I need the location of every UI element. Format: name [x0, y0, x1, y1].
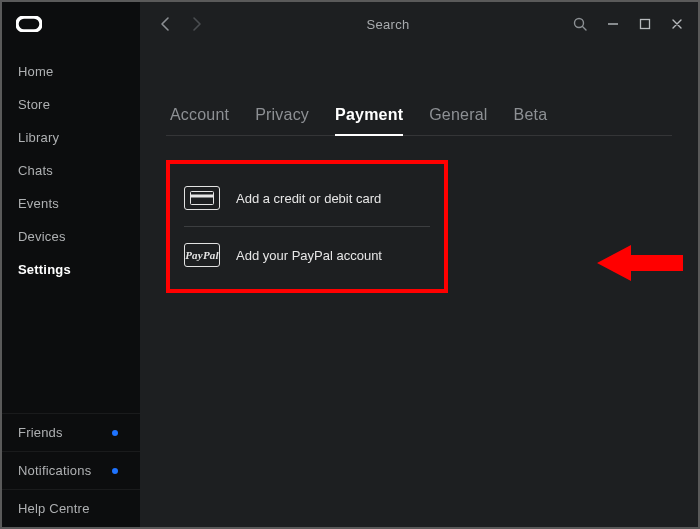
- add-card-option[interactable]: Add a credit or debit card: [170, 170, 444, 226]
- search-input[interactable]: Search: [216, 17, 560, 32]
- tab-general[interactable]: General: [429, 100, 487, 135]
- forward-button[interactable]: [184, 12, 208, 36]
- topbar-right: [568, 12, 688, 36]
- tab-beta[interactable]: Beta: [514, 100, 548, 135]
- sidebar-nav: Home Store Library Chats Events Devices …: [2, 49, 140, 286]
- sidebar-item-friends[interactable]: Friends: [2, 413, 140, 451]
- window-minimize-button[interactable]: [602, 13, 624, 35]
- badge-dot-icon: [112, 468, 118, 474]
- search-icon[interactable]: [568, 12, 592, 36]
- settings-tabs: Account Privacy Payment General Beta: [166, 100, 672, 136]
- paypal-icon: PayPal: [184, 243, 220, 267]
- sidebar-item-chats[interactable]: Chats: [2, 154, 140, 187]
- window-close-button[interactable]: [666, 13, 688, 35]
- sidebar-spacer: [2, 286, 140, 413]
- add-card-label: Add a credit or debit card: [236, 191, 381, 206]
- add-paypal-option[interactable]: PayPal Add your PayPal account: [170, 227, 444, 283]
- sidebar-item-help-centre[interactable]: Help Centre: [2, 489, 140, 527]
- sidebar-item-settings[interactable]: Settings: [2, 253, 140, 286]
- sidebar-item-store[interactable]: Store: [2, 88, 140, 121]
- back-button[interactable]: [154, 12, 178, 36]
- sidebar-item-label: Help Centre: [18, 501, 90, 516]
- topbar: Search: [140, 2, 698, 46]
- sidebar-item-devices[interactable]: Devices: [2, 220, 140, 253]
- sidebar-item-label: Notifications: [18, 463, 91, 478]
- main-panel: Search Account Privacy Payme: [140, 2, 698, 527]
- sidebar-item-events[interactable]: Events: [2, 187, 140, 220]
- brand-row: [2, 12, 140, 49]
- svg-rect-5: [191, 192, 214, 205]
- window-maximize-button[interactable]: [634, 13, 656, 35]
- add-paypal-label: Add your PayPal account: [236, 248, 382, 263]
- oculus-logo-icon: [16, 16, 42, 35]
- tab-account[interactable]: Account: [170, 100, 229, 135]
- sidebar-item-library[interactable]: Library: [2, 121, 140, 154]
- svg-rect-4: [641, 20, 650, 29]
- sidebar: Home Store Library Chats Events Devices …: [2, 2, 140, 527]
- paypal-brand-text: PayPal: [185, 249, 219, 261]
- nav-arrows: [148, 12, 208, 36]
- sidebar-bottom-nav: Friends Notifications Help Centre: [2, 413, 140, 527]
- payment-options-highlight-box: Add a credit or debit card PayPal Add yo…: [166, 160, 448, 293]
- tab-privacy[interactable]: Privacy: [255, 100, 309, 135]
- sidebar-item-label: Friends: [18, 425, 63, 440]
- badge-dot-icon: [112, 430, 118, 436]
- svg-marker-7: [597, 245, 683, 281]
- svg-line-2: [583, 27, 587, 31]
- credit-card-icon: [184, 186, 220, 210]
- tab-payment[interactable]: Payment: [335, 100, 403, 136]
- content: Account Privacy Payment General Beta Add…: [140, 46, 698, 293]
- sidebar-item-notifications[interactable]: Notifications: [2, 451, 140, 489]
- svg-rect-6: [191, 195, 214, 198]
- sidebar-item-home[interactable]: Home: [2, 55, 140, 88]
- svg-rect-0: [17, 17, 41, 31]
- annotation-arrow-icon: [597, 241, 687, 288]
